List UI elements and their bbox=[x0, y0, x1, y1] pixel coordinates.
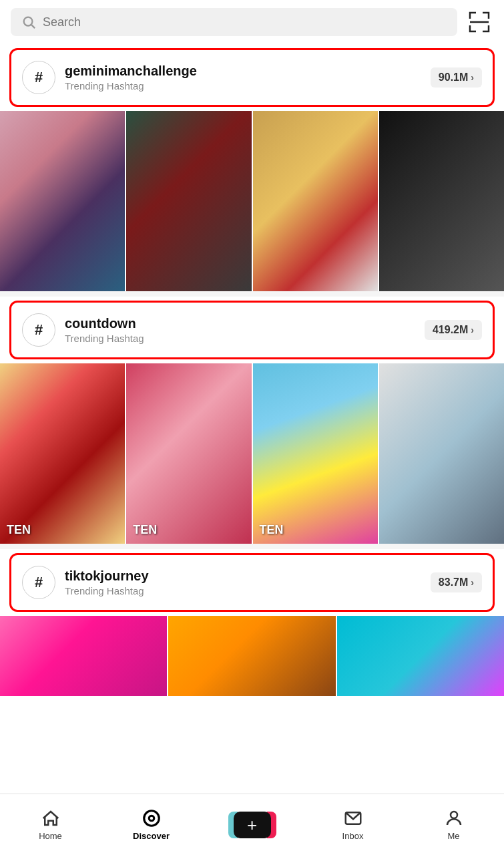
nav-discover[interactable]: Discover bbox=[125, 808, 178, 841]
me-icon bbox=[444, 808, 464, 828]
image-cell: TEN bbox=[252, 363, 378, 544]
hashtag-icon: # bbox=[22, 61, 55, 94]
search-icon bbox=[21, 15, 36, 29]
chevron-icon: › bbox=[471, 577, 474, 588]
hashtag-icon: # bbox=[22, 313, 55, 347]
create-button[interactable]: + bbox=[234, 812, 271, 838]
image-cell bbox=[252, 111, 378, 291]
scan-icon bbox=[467, 10, 491, 34]
trending-count: 90.1M › bbox=[431, 67, 482, 88]
hashtag-sub: Trending Hashtag bbox=[65, 333, 144, 344]
image-label: TEN bbox=[7, 523, 31, 537]
chevron-icon: › bbox=[471, 325, 474, 335]
bottom-nav: Home Discover + Inbox bbox=[0, 794, 504, 855]
hashtag-name: countdown bbox=[65, 316, 144, 331]
image-cell bbox=[167, 616, 335, 696]
image-cell bbox=[0, 111, 125, 291]
image-label: TEN bbox=[260, 523, 284, 537]
hashtag-name: geminimanchallenge bbox=[65, 63, 197, 79]
trending-card-countdown[interactable]: # countdown Trending Hashtag 419.2M › bbox=[9, 301, 495, 359]
image-cell: TEN bbox=[125, 363, 251, 544]
trending-card-geminimanchallenge[interactable]: # geminimanchallenge Trending Hashtag 90… bbox=[9, 48, 495, 107]
svg-point-4 bbox=[149, 816, 154, 821]
image-cell bbox=[336, 616, 504, 696]
hashtag-sub: Trending Hashtag bbox=[65, 80, 197, 92]
trending-count: 419.2M › bbox=[425, 320, 482, 340]
image-cell bbox=[0, 616, 167, 696]
nav-me[interactable]: Me bbox=[427, 808, 481, 841]
chevron-icon: › bbox=[471, 72, 474, 83]
trending-images-tiktokjourney bbox=[0, 616, 504, 696]
hashtag-name: tiktokjourney bbox=[65, 568, 149, 584]
trending-card-tiktokjourney[interactable]: # tiktokjourney Trending Hashtag 83.7M › bbox=[9, 553, 495, 612]
svg-point-3 bbox=[144, 811, 159, 826]
nav-inbox-label: Inbox bbox=[342, 831, 364, 841]
search-input-wrap[interactable] bbox=[11, 8, 457, 36]
nav-me-label: Me bbox=[447, 831, 459, 841]
image-cell bbox=[378, 363, 504, 544]
home-icon bbox=[41, 808, 61, 828]
image-label: TEN bbox=[133, 523, 157, 537]
discover-icon bbox=[142, 808, 162, 828]
hashtag-sub: Trending Hashtag bbox=[65, 585, 149, 596]
image-cell bbox=[378, 111, 504, 291]
nav-home-label: Home bbox=[39, 831, 62, 841]
svg-line-1 bbox=[31, 25, 35, 28]
nav-discover-label: Discover bbox=[133, 831, 170, 841]
svg-point-6 bbox=[451, 812, 457, 818]
trending-count: 83.7M › bbox=[431, 572, 482, 592]
search-input[interactable] bbox=[43, 15, 447, 29]
trending-images-countdown: TEN TEN TEN bbox=[0, 363, 504, 544]
inbox-icon bbox=[343, 808, 363, 828]
scan-button[interactable] bbox=[465, 8, 493, 36]
svg-point-0 bbox=[24, 17, 33, 26]
nav-create[interactable]: + bbox=[226, 812, 279, 838]
trending-images-geminimanchallenge bbox=[0, 111, 504, 291]
image-cell: TEN bbox=[0, 363, 125, 544]
nav-home[interactable]: Home bbox=[24, 808, 77, 841]
hashtag-icon: # bbox=[22, 566, 55, 599]
nav-inbox[interactable]: Inbox bbox=[326, 808, 380, 841]
image-cell bbox=[125, 111, 251, 291]
search-bar bbox=[0, 0, 504, 44]
plus-icon: + bbox=[247, 816, 257, 834]
